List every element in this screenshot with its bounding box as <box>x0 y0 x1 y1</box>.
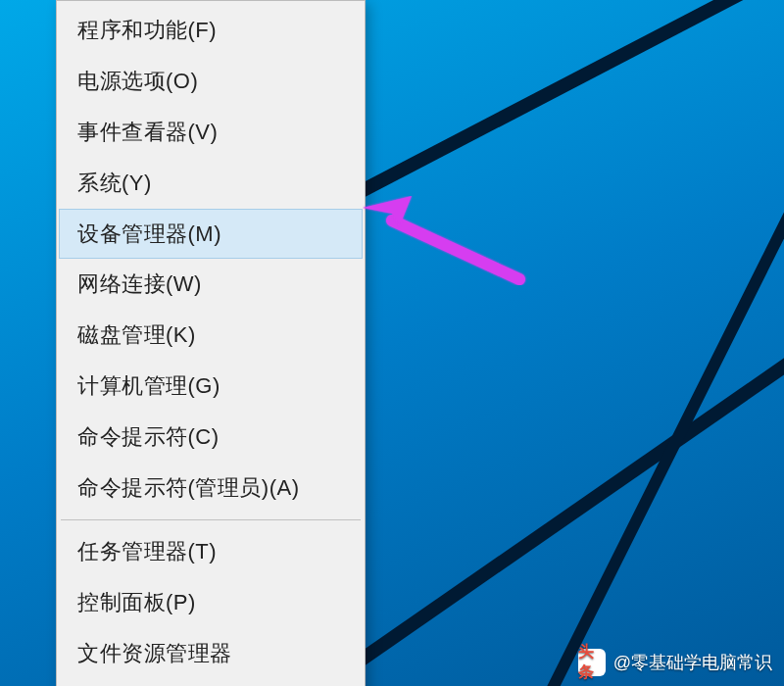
menu-item-label: 计算机管理(G) <box>77 373 220 398</box>
menu-item-label: 控制面板(P) <box>77 590 196 614</box>
menu-item-label: 系统(Y) <box>77 171 152 195</box>
watermark-text: @零基础学电脑常识 <box>613 651 772 674</box>
svg-line-0 <box>333 0 784 206</box>
menu-item-label: 事件查看器(V) <box>77 120 218 144</box>
menu-item-label: 命令提示符(C) <box>77 424 220 449</box>
menu-item-command-prompt-admin[interactable]: 命令提示符(管理员)(A) <box>59 463 363 514</box>
menu-item-label: 设备管理器(M) <box>77 221 221 246</box>
menu-item-task-manager[interactable]: 任务管理器(T) <box>59 526 363 577</box>
menu-item-power-options[interactable]: 电源选项(O) <box>59 56 363 107</box>
menu-item-label: 磁盘管理(K) <box>77 322 196 347</box>
watermark: 头条 @零基础学电脑常识 <box>578 649 772 676</box>
winx-context-menu[interactable]: 程序和功能(F) 电源选项(O) 事件查看器(V) 系统(Y) 设备管理器(M)… <box>56 0 366 686</box>
menu-item-file-explorer[interactable]: 文件资源管理器 <box>59 628 363 679</box>
menu-item-programs-features[interactable]: 程序和功能(F) <box>59 5 363 56</box>
menu-item-label: 电源选项(O) <box>77 69 198 93</box>
menu-item-control-panel[interactable]: 控制面板(P) <box>59 577 363 628</box>
menu-item-device-manager[interactable]: 设备管理器(M) <box>59 209 363 260</box>
menu-item-network-connections[interactable]: 网络连接(W) <box>59 259 363 310</box>
svg-line-1 <box>323 353 784 686</box>
menu-item-label: 任务管理器(T) <box>77 539 217 564</box>
watermark-logo-icon: 头条 <box>578 649 606 676</box>
menu-item-disk-management[interactable]: 磁盘管理(K) <box>59 310 363 361</box>
menu-item-computer-management[interactable]: 计算机管理(G) <box>59 361 363 412</box>
menu-item-label: 命令提示符(管理员)(A) <box>77 475 299 500</box>
svg-line-2 <box>549 186 784 686</box>
menu-item-event-viewer[interactable]: 事件查看器(V) <box>59 107 363 158</box>
menu-separator <box>61 519 361 520</box>
menu-item-command-prompt[interactable]: 命令提示符(C) <box>59 412 363 463</box>
menu-item-label: 文件资源管理器 <box>77 641 232 665</box>
menu-item-label: 程序和功能(F) <box>77 18 217 42</box>
menu-item-search[interactable]: 搜索(S) <box>59 679 363 686</box>
watermark-logo-text: 头条 <box>578 642 606 683</box>
menu-item-system[interactable]: 系统(Y) <box>59 158 363 209</box>
menu-item-label: 网络连接(W) <box>77 271 202 296</box>
